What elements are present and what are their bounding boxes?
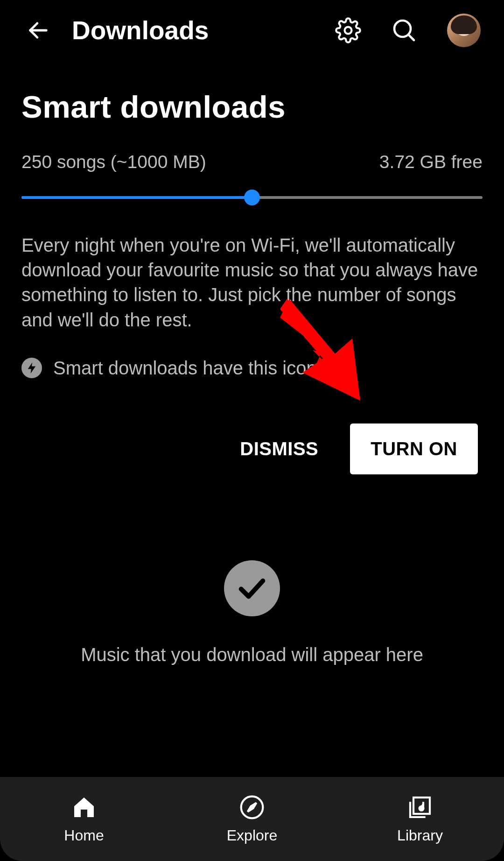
check-icon <box>224 560 280 616</box>
slider-thumb[interactable] <box>244 190 260 205</box>
app-bar: Downloads <box>0 0 504 61</box>
bolt-icon <box>21 358 42 378</box>
slider-labels: 250 songs (~1000 MB) 3.72 GB free <box>21 152 483 172</box>
slider-fill <box>21 196 252 199</box>
smart-downloads-icon-note: Smart downloads have this icon <box>21 358 483 379</box>
home-icon <box>71 794 97 822</box>
page-title: Downloads <box>72 15 335 45</box>
nav-explore[interactable]: Explore <box>168 777 336 861</box>
turn-on-button[interactable]: TURN ON <box>350 423 478 474</box>
empty-state-text: Music that you download will appear here <box>81 644 423 665</box>
gear-icon[interactable] <box>335 17 361 43</box>
svg-point-11 <box>420 806 424 810</box>
search-icon[interactable] <box>391 17 417 43</box>
icon-note-text: Smart downloads have this icon <box>53 358 317 379</box>
back-arrow-icon[interactable] <box>26 18 50 42</box>
library-icon <box>407 794 433 822</box>
action-row: DISMISS TURN ON <box>21 423 483 474</box>
nav-library[interactable]: Library <box>336 777 504 861</box>
svg-marker-8 <box>248 803 257 812</box>
top-actions <box>335 14 481 47</box>
songs-count-label: 250 songs (~1000 MB) <box>21 152 206 172</box>
free-space-label: 3.72 GB free <box>379 152 483 172</box>
svg-line-3 <box>408 35 414 40</box>
songs-slider[interactable] <box>21 190 483 205</box>
svg-point-1 <box>345 27 352 34</box>
smart-downloads-description: Every night when you're on Wi-Fi, we'll … <box>21 233 483 332</box>
avatar[interactable] <box>447 14 481 47</box>
nav-home[interactable]: Home <box>0 777 168 861</box>
empty-state: Music that you download will appear here <box>0 560 504 665</box>
compass-icon <box>239 794 265 822</box>
nav-library-label: Library <box>397 827 443 844</box>
smart-downloads-title: Smart downloads <box>21 89 483 125</box>
dismiss-button[interactable]: DISMISS <box>236 429 322 469</box>
main-content: Smart downloads 250 songs (~1000 MB) 3.7… <box>0 61 504 474</box>
bottom-nav: Home Explore Library <box>0 777 504 861</box>
nav-home-label: Home <box>64 827 104 844</box>
nav-explore-label: Explore <box>227 827 278 844</box>
